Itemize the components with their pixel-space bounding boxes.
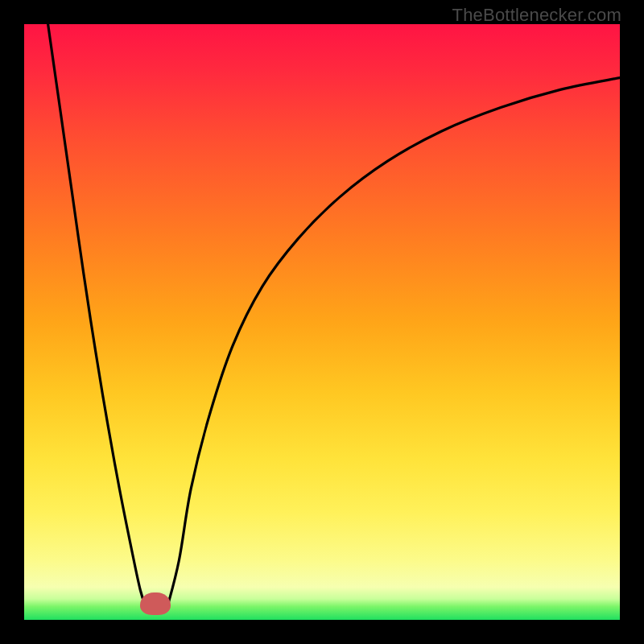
plot-area [24,24,620,620]
watermark-text: TheBottlenecker.com [452,5,621,26]
bottleneck-curve [24,24,620,620]
bottleneck-marker [140,592,171,615]
chart-frame: TheBottlenecker.com [0,0,644,644]
